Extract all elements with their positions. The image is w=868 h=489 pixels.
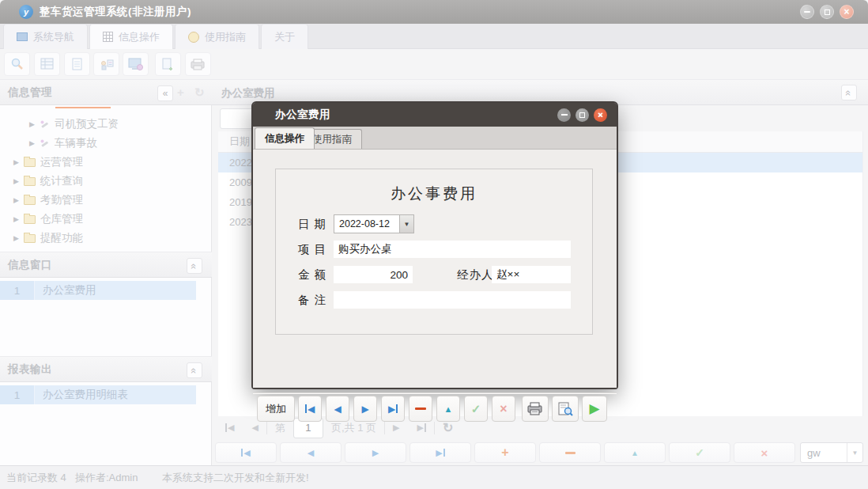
date-value: 2022-08-12: [334, 215, 399, 233]
handler-field[interactable]: [492, 266, 571, 283]
refresh-icon[interactable]: [443, 420, 453, 435]
confirm-button[interactable]: [669, 442, 730, 463]
user-chart-icon[interactable]: [93, 52, 119, 76]
section-header-report-output: 报表输出 «: [0, 356, 212, 382]
maximize-button[interactable]: [820, 5, 834, 19]
collapse-section-button[interactable]: «: [187, 258, 202, 274]
next-record-button[interactable]: [353, 396, 377, 422]
gw-dropdown[interactable]: gw: [800, 442, 863, 463]
collapse-section-button[interactable]: «: [187, 362, 202, 378]
cancel-button[interactable]: [734, 442, 795, 463]
expand-arrow-icon[interactable]: [13, 197, 19, 204]
grid-column-date[interactable]: 日期: [218, 135, 250, 149]
dialog-maximize-button[interactable]: [576, 108, 589, 122]
expense-form: 办公事费用 日 期 2022-08-12 项 目 金 额 经办人 备 注: [275, 169, 593, 335]
last-record-button[interactable]: [381, 396, 405, 422]
last-page-icon[interactable]: [417, 423, 425, 433]
add-icon[interactable]: +: [177, 85, 184, 99]
handler-label: 经办人: [457, 267, 494, 282]
print-button[interactable]: [522, 396, 549, 422]
doc-add-icon[interactable]: [155, 52, 181, 76]
expand-arrow-icon[interactable]: [13, 178, 19, 185]
last-record-button[interactable]: [409, 442, 471, 463]
dropdown-value: gw: [801, 447, 847, 459]
dialog-titlebar[interactable]: 办公室费用 ×: [253, 103, 617, 127]
next-record-button[interactable]: [345, 442, 406, 463]
first-page-icon[interactable]: [225, 423, 234, 433]
list-item[interactable]: 1 办公室费用: [0, 281, 196, 300]
tab-info-operation[interactable]: 信息操作: [89, 24, 173, 49]
tab-user-guide[interactable]: 使用指南: [175, 24, 259, 49]
preview-button[interactable]: [552, 396, 579, 422]
first-record-button[interactable]: [215, 442, 277, 463]
page-total-label: 页,共 1 页: [331, 421, 376, 435]
expand-arrow-icon[interactable]: [13, 216, 19, 223]
tab-label: 系统导航: [33, 30, 74, 44]
list-item[interactable]: 1 办公室费用明细表: [0, 385, 196, 404]
prev-record-button[interactable]: [326, 396, 349, 422]
prev-page-icon[interactable]: [251, 423, 258, 433]
add-button[interactable]: 增加: [257, 396, 295, 422]
dialog-body: 办公事费用 日 期 2022-08-12 项 目 金 额 经办人 备 注 增加: [253, 150, 617, 388]
dialog-title: 办公室费用: [253, 108, 330, 122]
main-tab-bar: 系统导航 信息操作 使用指南 关于: [0, 24, 868, 49]
icon-toolbar: [0, 49, 868, 79]
folder-icon: [24, 177, 36, 186]
dialog-close-button[interactable]: ×: [594, 108, 607, 122]
item-field[interactable]: [334, 241, 571, 258]
amount-field[interactable]: [334, 266, 413, 283]
tree-item-warehouse[interactable]: 仓库管理: [13, 210, 83, 229]
run-button[interactable]: [582, 396, 607, 422]
document-icon[interactable]: [64, 52, 90, 76]
chevron-down-icon[interactable]: [399, 215, 413, 233]
next-page-icon[interactable]: [393, 423, 399, 433]
tree-item-statistics[interactable]: 统计查询: [13, 172, 83, 191]
collapse-panel-button[interactable]: «: [841, 85, 857, 100]
printer-icon[interactable]: [185, 52, 211, 76]
tool-icon: [40, 138, 50, 149]
tree-item-attendance[interactable]: 考勤管理: [13, 191, 83, 210]
table-icon[interactable]: [34, 52, 60, 76]
delete-record-button[interactable]: [539, 442, 601, 463]
cell-date: 2009-: [218, 176, 255, 188]
sidebar: 信息管理 + 司机预支工资 车辆事故 运营管理: [0, 79, 212, 465]
window-title: 整车货运管理系统(非注册用户): [40, 5, 191, 19]
add-record-button[interactable]: +: [474, 442, 536, 463]
chevron-down-icon[interactable]: [847, 443, 862, 462]
first-record-button[interactable]: [298, 396, 322, 422]
cancel-button[interactable]: [492, 396, 515, 422]
section-header-info-window: 信息窗口 «: [0, 252, 212, 278]
tree-item-label: 提醒功能: [40, 231, 83, 245]
refresh-icon[interactable]: [194, 85, 205, 100]
dialog-minimize-button[interactable]: [557, 108, 571, 122]
info-window-list: 1 办公室费用: [0, 278, 211, 356]
minimize-button[interactable]: [800, 5, 814, 19]
tab-system-nav[interactable]: 系统导航: [3, 24, 88, 49]
tree-item-label: 运营管理: [40, 155, 83, 169]
expand-arrow-icon[interactable]: [13, 159, 19, 166]
close-button[interactable]: ×: [840, 5, 854, 19]
tab-about[interactable]: 关于: [261, 24, 308, 49]
dialog-tab-bar: 信息操作 使用指南: [253, 127, 617, 150]
form-title: 办公事费用: [276, 184, 592, 204]
top-record-button[interactable]: [604, 442, 666, 463]
expand-arrow-icon[interactable]: [13, 235, 19, 242]
tree-item-operations[interactable]: 运营管理: [13, 153, 83, 172]
expand-arrow-icon[interactable]: [29, 121, 35, 128]
prev-record-button[interactable]: [280, 442, 342, 463]
delete-record-button[interactable]: [409, 396, 432, 422]
search-icon[interactable]: [4, 52, 30, 76]
tree-item-reminder[interactable]: 提醒功能: [13, 229, 83, 248]
monitor-icon[interactable]: [123, 52, 149, 76]
tab-label: 信息操作: [265, 132, 304, 146]
expand-arrow-icon[interactable]: [29, 140, 35, 147]
dialog-tab-info-operation[interactable]: 信息操作: [255, 127, 315, 149]
tree-item-driver-advance[interactable]: 司机预支工资: [29, 115, 119, 134]
tree-item-vehicle-accident[interactable]: 车辆事故: [29, 134, 97, 153]
operator-label: 操作者:Admin: [75, 471, 138, 485]
top-record-button[interactable]: [436, 396, 460, 422]
collapse-sidebar-button[interactable]: [157, 85, 173, 101]
note-field[interactable]: [334, 291, 571, 309]
confirm-button[interactable]: [464, 396, 488, 422]
date-dropdown[interactable]: 2022-08-12: [334, 214, 414, 233]
